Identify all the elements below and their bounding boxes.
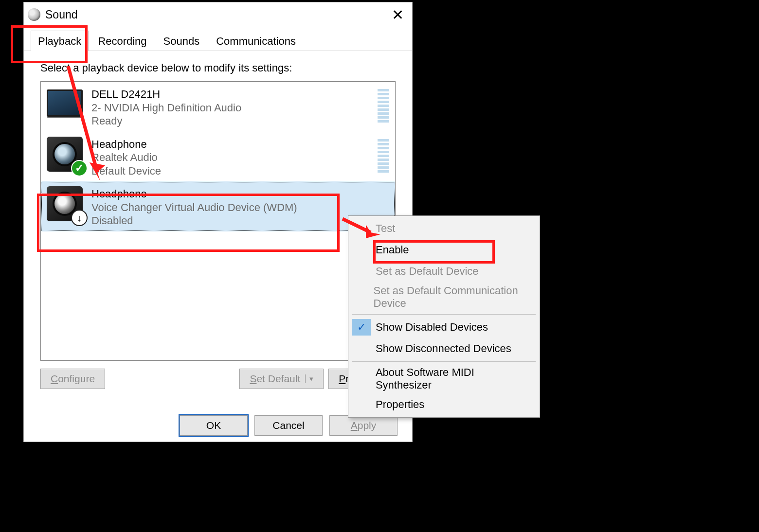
device-driver: Realtek Audio [91,151,369,164]
device-status: Ready [91,114,369,128]
tab-recording[interactable]: Recording [90,31,154,51]
ctx-separator [352,361,536,362]
speaker-disabled-icon: ↓ [47,186,83,221]
disabled-down-icon: ↓ [71,210,88,226]
instruction-text: Select a playback device below to modify… [40,62,396,74]
device-row[interactable]: DELL D2421H 2- NVIDIA High Definition Au… [41,82,395,132]
ctx-show-disconnected[interactable]: Show Disconnected Devices [348,338,540,359]
ctx-about[interactable]: About Software MIDI Synthesizer [348,364,540,394]
ctx-set-default[interactable]: Set as Default Device [348,261,540,282]
device-row[interactable]: ✓ Headphone Realtek Audio Default Device [41,132,395,182]
speaker-icon: ✓ [47,137,83,172]
ctx-show-disabled[interactable]: ✓ Show Disabled Devices [348,317,540,338]
device-status: Default Device [91,164,369,178]
device-driver: 2- NVIDIA High Definition Audio [91,101,369,115]
check-icon: ✓ [352,319,371,336]
ctx-set-comm[interactable]: Set as Default Communication Device [348,282,540,312]
level-meter [378,139,389,173]
close-button[interactable]: ✕ [387,6,408,23]
tab-sounds[interactable]: Sounds [156,31,207,51]
tabstrip: Playback Recording Sounds Communications [24,27,412,51]
device-name: DELL D2421H [91,88,369,101]
device-status: Disabled [91,214,389,228]
monitor-icon [47,89,83,117]
ctx-separator [352,314,536,315]
set-default-button[interactable]: Set Default ▾ [239,369,324,389]
apply-button[interactable]: Apply [329,415,398,436]
titlebar: Sound ✕ [24,2,412,27]
device-list: DELL D2421H 2- NVIDIA High Definition Au… [40,81,396,361]
device-row-selected[interactable]: ↓ Headphone Voice Changer Virtual Audio … [41,181,395,231]
configure-button[interactable]: Configure [40,369,105,389]
level-meter [378,89,389,123]
default-check-icon: ✓ [71,160,88,177]
window-title: Sound [45,8,78,21]
sound-app-icon [28,8,40,21]
device-driver: Voice Changer Virtual Audio Device (WDM) [91,201,389,214]
cancel-button[interactable]: Cancel [254,415,323,436]
set-default-caret-icon[interactable]: ▾ [305,374,313,383]
device-name: Headphone [91,187,389,201]
ctx-properties[interactable]: Properties [348,394,540,415]
tab-playback[interactable]: Playback [31,31,89,51]
tab-communications[interactable]: Communications [209,31,303,51]
device-name: Headphone [91,138,369,151]
context-menu: Test Enable Set as Default Device Set as… [348,215,540,418]
ok-button[interactable]: OK [180,415,248,436]
ctx-test[interactable]: Test [348,218,540,239]
ctx-enable[interactable]: Enable [348,239,540,261]
